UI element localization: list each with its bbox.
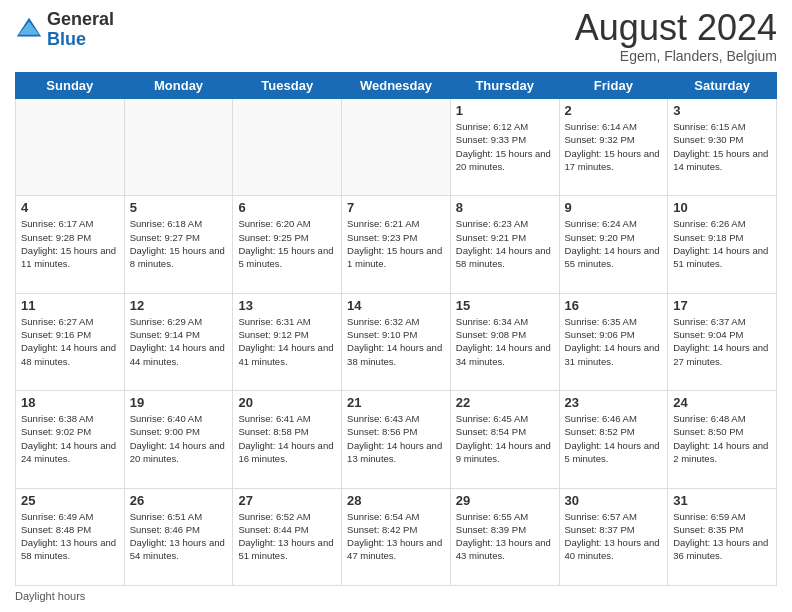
calendar-cell: 26Sunrise: 6:51 AM Sunset: 8:46 PM Dayli… xyxy=(124,488,233,585)
day-info: Sunrise: 6:17 AM Sunset: 9:28 PM Dayligh… xyxy=(21,217,119,270)
calendar-cell: 23Sunrise: 6:46 AM Sunset: 8:52 PM Dayli… xyxy=(559,391,668,488)
logo-icon xyxy=(15,16,43,44)
day-info: Sunrise: 6:31 AM Sunset: 9:12 PM Dayligh… xyxy=(238,315,336,368)
calendar-cell: 22Sunrise: 6:45 AM Sunset: 8:54 PM Dayli… xyxy=(450,391,559,488)
calendar-cell xyxy=(124,99,233,196)
calendar-cell: 12Sunrise: 6:29 AM Sunset: 9:14 PM Dayli… xyxy=(124,293,233,390)
calendar-cell: 16Sunrise: 6:35 AM Sunset: 9:06 PM Dayli… xyxy=(559,293,668,390)
day-number: 1 xyxy=(456,103,554,118)
day-number: 24 xyxy=(673,395,771,410)
day-info: Sunrise: 6:45 AM Sunset: 8:54 PM Dayligh… xyxy=(456,412,554,465)
day-number: 2 xyxy=(565,103,663,118)
day-info: Sunrise: 6:35 AM Sunset: 9:06 PM Dayligh… xyxy=(565,315,663,368)
calendar-cell: 15Sunrise: 6:34 AM Sunset: 9:08 PM Dayli… xyxy=(450,293,559,390)
svg-marker-1 xyxy=(19,21,40,34)
calendar-cell: 2Sunrise: 6:14 AM Sunset: 9:32 PM Daylig… xyxy=(559,99,668,196)
day-info: Sunrise: 6:51 AM Sunset: 8:46 PM Dayligh… xyxy=(130,510,228,563)
day-number: 31 xyxy=(673,493,771,508)
day-info: Sunrise: 6:55 AM Sunset: 8:39 PM Dayligh… xyxy=(456,510,554,563)
day-number: 11 xyxy=(21,298,119,313)
weekday-header: Wednesday xyxy=(342,73,451,99)
day-number: 19 xyxy=(130,395,228,410)
day-number: 27 xyxy=(238,493,336,508)
header: General Blue August 2024 Egem, Flanders,… xyxy=(15,10,777,64)
day-number: 14 xyxy=(347,298,445,313)
day-info: Sunrise: 6:48 AM Sunset: 8:50 PM Dayligh… xyxy=(673,412,771,465)
day-info: Sunrise: 6:27 AM Sunset: 9:16 PM Dayligh… xyxy=(21,315,119,368)
day-number: 4 xyxy=(21,200,119,215)
weekday-header: Friday xyxy=(559,73,668,99)
day-number: 21 xyxy=(347,395,445,410)
day-info: Sunrise: 6:29 AM Sunset: 9:14 PM Dayligh… xyxy=(130,315,228,368)
day-info: Sunrise: 6:54 AM Sunset: 8:42 PM Dayligh… xyxy=(347,510,445,563)
day-number: 5 xyxy=(130,200,228,215)
calendar-cell: 3Sunrise: 6:15 AM Sunset: 9:30 PM Daylig… xyxy=(668,99,777,196)
day-info: Sunrise: 6:20 AM Sunset: 9:25 PM Dayligh… xyxy=(238,217,336,270)
day-info: Sunrise: 6:32 AM Sunset: 9:10 PM Dayligh… xyxy=(347,315,445,368)
calendar-cell xyxy=(16,99,125,196)
day-info: Sunrise: 6:18 AM Sunset: 9:27 PM Dayligh… xyxy=(130,217,228,270)
footer-note: Daylight hours xyxy=(15,590,777,602)
day-number: 7 xyxy=(347,200,445,215)
calendar-cell: 29Sunrise: 6:55 AM Sunset: 8:39 PM Dayli… xyxy=(450,488,559,585)
day-number: 9 xyxy=(565,200,663,215)
calendar-cell: 7Sunrise: 6:21 AM Sunset: 9:23 PM Daylig… xyxy=(342,196,451,293)
calendar-cell: 27Sunrise: 6:52 AM Sunset: 8:44 PM Dayli… xyxy=(233,488,342,585)
day-info: Sunrise: 6:46 AM Sunset: 8:52 PM Dayligh… xyxy=(565,412,663,465)
month-year: August 2024 xyxy=(575,10,777,46)
calendar-cell: 21Sunrise: 6:43 AM Sunset: 8:56 PM Dayli… xyxy=(342,391,451,488)
calendar-cell: 18Sunrise: 6:38 AM Sunset: 9:02 PM Dayli… xyxy=(16,391,125,488)
calendar-cell: 5Sunrise: 6:18 AM Sunset: 9:27 PM Daylig… xyxy=(124,196,233,293)
calendar-cell: 30Sunrise: 6:57 AM Sunset: 8:37 PM Dayli… xyxy=(559,488,668,585)
day-info: Sunrise: 6:41 AM Sunset: 8:58 PM Dayligh… xyxy=(238,412,336,465)
day-info: Sunrise: 6:24 AM Sunset: 9:20 PM Dayligh… xyxy=(565,217,663,270)
day-info: Sunrise: 6:59 AM Sunset: 8:35 PM Dayligh… xyxy=(673,510,771,563)
day-info: Sunrise: 6:43 AM Sunset: 8:56 PM Dayligh… xyxy=(347,412,445,465)
location: Egem, Flanders, Belgium xyxy=(575,48,777,64)
day-number: 22 xyxy=(456,395,554,410)
day-number: 20 xyxy=(238,395,336,410)
day-info: Sunrise: 6:49 AM Sunset: 8:48 PM Dayligh… xyxy=(21,510,119,563)
day-number: 3 xyxy=(673,103,771,118)
calendar-cell: 11Sunrise: 6:27 AM Sunset: 9:16 PM Dayli… xyxy=(16,293,125,390)
title-area: August 2024 Egem, Flanders, Belgium xyxy=(575,10,777,64)
calendar-cell: 24Sunrise: 6:48 AM Sunset: 8:50 PM Dayli… xyxy=(668,391,777,488)
calendar-week-row: 18Sunrise: 6:38 AM Sunset: 9:02 PM Dayli… xyxy=(16,391,777,488)
calendar-cell: 17Sunrise: 6:37 AM Sunset: 9:04 PM Dayli… xyxy=(668,293,777,390)
weekday-header: Sunday xyxy=(16,73,125,99)
day-number: 13 xyxy=(238,298,336,313)
page: General Blue August 2024 Egem, Flanders,… xyxy=(0,0,792,612)
calendar-cell: 20Sunrise: 6:41 AM Sunset: 8:58 PM Dayli… xyxy=(233,391,342,488)
day-info: Sunrise: 6:12 AM Sunset: 9:33 PM Dayligh… xyxy=(456,120,554,173)
day-number: 6 xyxy=(238,200,336,215)
weekday-header-row: SundayMondayTuesdayWednesdayThursdayFrid… xyxy=(16,73,777,99)
calendar-table: SundayMondayTuesdayWednesdayThursdayFrid… xyxy=(15,72,777,586)
day-info: Sunrise: 6:15 AM Sunset: 9:30 PM Dayligh… xyxy=(673,120,771,173)
day-number: 12 xyxy=(130,298,228,313)
day-number: 29 xyxy=(456,493,554,508)
day-number: 23 xyxy=(565,395,663,410)
day-number: 28 xyxy=(347,493,445,508)
day-number: 30 xyxy=(565,493,663,508)
calendar-cell xyxy=(342,99,451,196)
day-number: 17 xyxy=(673,298,771,313)
logo: General Blue xyxy=(15,10,114,50)
calendar-week-row: 11Sunrise: 6:27 AM Sunset: 9:16 PM Dayli… xyxy=(16,293,777,390)
day-info: Sunrise: 6:14 AM Sunset: 9:32 PM Dayligh… xyxy=(565,120,663,173)
day-info: Sunrise: 6:40 AM Sunset: 9:00 PM Dayligh… xyxy=(130,412,228,465)
calendar-cell: 31Sunrise: 6:59 AM Sunset: 8:35 PM Dayli… xyxy=(668,488,777,585)
day-info: Sunrise: 6:26 AM Sunset: 9:18 PM Dayligh… xyxy=(673,217,771,270)
calendar-cell: 8Sunrise: 6:23 AM Sunset: 9:21 PM Daylig… xyxy=(450,196,559,293)
day-number: 16 xyxy=(565,298,663,313)
day-number: 15 xyxy=(456,298,554,313)
weekday-header: Tuesday xyxy=(233,73,342,99)
day-number: 26 xyxy=(130,493,228,508)
weekday-header: Thursday xyxy=(450,73,559,99)
calendar-cell: 10Sunrise: 6:26 AM Sunset: 9:18 PM Dayli… xyxy=(668,196,777,293)
calendar-cell: 14Sunrise: 6:32 AM Sunset: 9:10 PM Dayli… xyxy=(342,293,451,390)
day-number: 8 xyxy=(456,200,554,215)
day-info: Sunrise: 6:38 AM Sunset: 9:02 PM Dayligh… xyxy=(21,412,119,465)
calendar-cell xyxy=(233,99,342,196)
day-info: Sunrise: 6:23 AM Sunset: 9:21 PM Dayligh… xyxy=(456,217,554,270)
weekday-header: Saturday xyxy=(668,73,777,99)
